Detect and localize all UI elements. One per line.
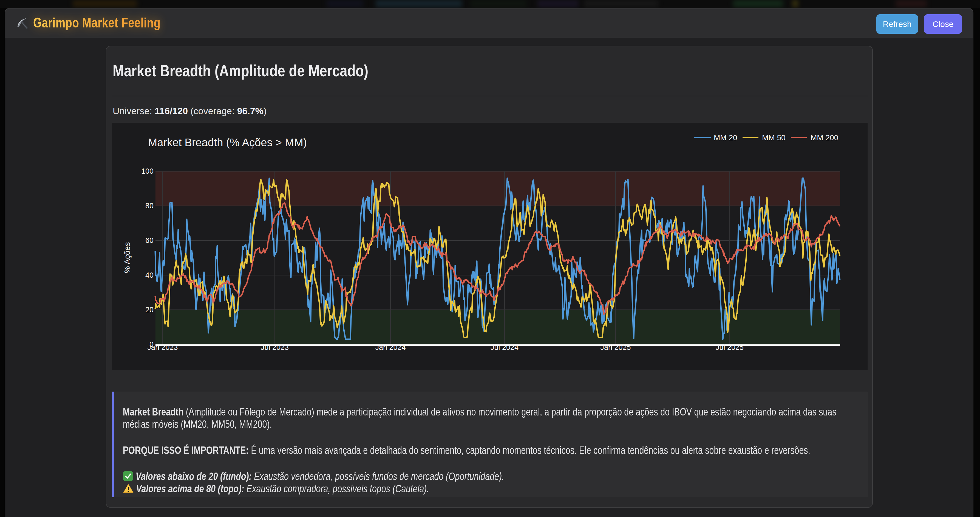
svg-text:MM 20: MM 20 bbox=[714, 133, 737, 142]
svg-text:80: 80 bbox=[145, 202, 154, 210]
svg-text:Jul 2024: Jul 2024 bbox=[490, 343, 519, 351]
svg-text:Jan 2024: Jan 2024 bbox=[375, 343, 406, 351]
svg-text:Jan 2023: Jan 2023 bbox=[147, 343, 178, 351]
svg-text:MM 50: MM 50 bbox=[762, 133, 786, 142]
svg-text:60: 60 bbox=[145, 236, 154, 244]
svg-text:20: 20 bbox=[145, 306, 154, 314]
svg-text:% Ações: % Ações bbox=[123, 242, 132, 273]
svg-text:100: 100 bbox=[141, 167, 154, 176]
svg-text:Jul 2025: Jul 2025 bbox=[716, 343, 744, 351]
svg-text:Market Breadth (% Ações > MM): Market Breadth (% Ações > MM) bbox=[148, 136, 307, 148]
svg-text:MM 200: MM 200 bbox=[811, 133, 838, 142]
svg-text:Jan 2025: Jan 2025 bbox=[600, 343, 631, 351]
svg-text:Jul 2023: Jul 2023 bbox=[261, 343, 289, 351]
svg-text:40: 40 bbox=[145, 271, 154, 279]
